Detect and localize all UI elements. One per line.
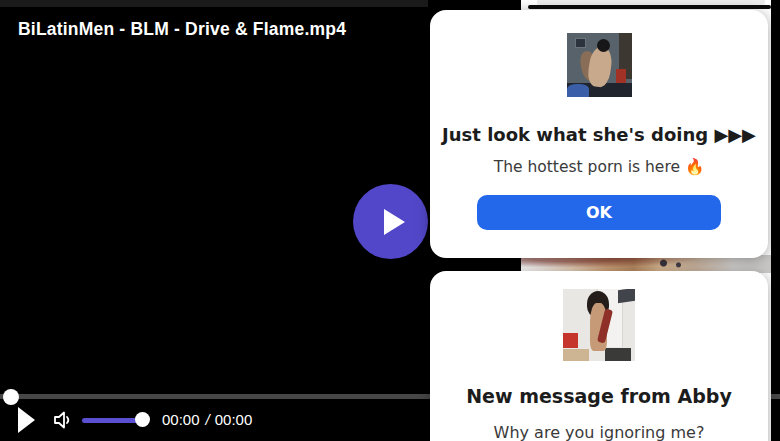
- ok-button[interactable]: OK: [477, 195, 721, 230]
- big-play-button[interactable]: [353, 184, 428, 259]
- popup-ad-card-2: New message from Abby Why are you ignori…: [430, 271, 768, 441]
- play-button[interactable]: [18, 407, 35, 433]
- popup2-thumbnail-image[interactable]: [563, 289, 635, 361]
- thumb2-tv: [618, 289, 635, 303]
- duration: 00:00: [215, 411, 253, 428]
- popup2-title: New message from Abby: [430, 385, 768, 407]
- thumb2-floor: [563, 349, 589, 361]
- popup1-title: Just look what she's doing ▶▶▶: [430, 124, 768, 145]
- thumb1-blue-cloth: [567, 84, 589, 97]
- popup1-thumbnail-image[interactable]: [567, 33, 632, 97]
- time-separator: /: [206, 411, 210, 428]
- popup2-subtitle: Why are you ignoring me?: [430, 423, 768, 441]
- volume-thumb[interactable]: [135, 412, 150, 427]
- play-icon: [384, 209, 405, 235]
- volume-low-icon[interactable]: [51, 408, 75, 432]
- thumb1-picture-frame: [575, 38, 586, 48]
- popup-ad-card-1: Just look what she's doing ▶▶▶ The hotte…: [430, 10, 768, 258]
- thumb2-dark-objects: [605, 348, 631, 361]
- current-time: 00:00: [162, 411, 200, 428]
- time-display: 00:00/00:00: [162, 411, 252, 428]
- player-top-strip: [0, 0, 428, 7]
- progress-thumb[interactable]: [3, 389, 19, 405]
- thumb2-red-box: [563, 333, 578, 348]
- video-title: BiLatinMen - BLM - Drive & Flame.mp4: [18, 19, 346, 40]
- thumb1-hair: [597, 39, 610, 52]
- ad-panel-divider-bar: [528, 5, 771, 9]
- popup1-subtitle: The hottest porn is here 🔥: [430, 158, 768, 176]
